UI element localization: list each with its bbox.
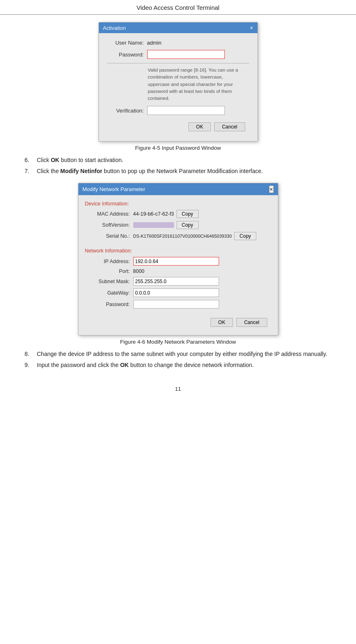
- ip-input[interactable]: [133, 257, 219, 266]
- step-7-num: 7.: [25, 167, 37, 176]
- subnet-input[interactable]: [133, 277, 219, 286]
- step-7-text: Click the Modify Netinfor button to pop …: [37, 167, 331, 176]
- mac-value: 44-19-b6-c7-62-f3: [133, 211, 174, 217]
- network-close-btn[interactable]: ×: [269, 185, 274, 193]
- step-7-bold: Modify Netinfor: [60, 168, 103, 174]
- soft-row: SoftVersion: Copy: [85, 221, 271, 229]
- gateway-label: GateWay:: [85, 290, 130, 296]
- step-8-num: 8.: [25, 350, 37, 358]
- verification-label: Verification:: [107, 108, 144, 114]
- step-6-bold: OK: [51, 157, 59, 163]
- password-row: Password:: [107, 50, 249, 59]
- mac-label: MAC Address:: [85, 211, 130, 217]
- subnet-row: Subnet Mask:: [85, 277, 271, 286]
- username-row: User Name: admin: [107, 40, 249, 46]
- soft-value: [133, 222, 174, 228]
- device-info-label: Device Information:: [85, 201, 271, 207]
- network-ok-btn[interactable]: OK: [210, 318, 233, 327]
- step-9-bold: OK: [120, 362, 129, 368]
- network-titlebar: Modify Network Parameter ×: [78, 183, 278, 195]
- page-number: 11: [0, 386, 356, 400]
- figure-5-container: Activation × User Name: admin Password: …: [25, 22, 331, 151]
- verification-input[interactable]: [147, 106, 225, 115]
- copy-serial-btn[interactable]: Copy: [234, 232, 256, 240]
- serial-label: Serial No.:: [85, 233, 130, 239]
- password-label: Password:: [107, 52, 144, 58]
- activation-title: Activation: [103, 25, 126, 31]
- copy-soft-btn[interactable]: Copy: [177, 221, 199, 229]
- net-password-row: Password:: [85, 300, 271, 308]
- step-9-text: Input the password and click the OK butt…: [37, 361, 331, 369]
- step-8: 8. Change the device IP address to the s…: [25, 350, 331, 358]
- serial-value: DS-K1T600SF20161107V010000CH6465039330: [133, 234, 232, 239]
- copy-mac-btn[interactable]: Copy: [177, 210, 199, 218]
- step-6-num: 6.: [25, 156, 37, 164]
- port-value: 8000: [133, 268, 145, 274]
- activation-cancel-btn[interactable]: Cancel: [214, 122, 245, 131]
- port-row: Port: 8000: [85, 268, 271, 274]
- ip-label: IP Address:: [85, 259, 130, 264]
- net-password-input[interactable]: [133, 300, 219, 308]
- network-cancel-btn[interactable]: Cancel: [236, 318, 267, 327]
- step-8-text: Change the device IP address to the same…: [37, 350, 331, 358]
- steps-list: 6. Click OK button to start activation. …: [25, 156, 331, 176]
- step-6: 6. Click OK button to start activation.: [25, 156, 331, 164]
- subnet-label: Subnet Mask:: [85, 279, 130, 284]
- step-7: 7. Click the Modify Netinfor button to p…: [25, 167, 331, 176]
- port-label: Port:: [85, 268, 130, 274]
- password-input[interactable]: [147, 50, 225, 59]
- network-title: Modify Network Parameter: [83, 186, 146, 192]
- figure-6-container: Modify Network Parameter × Device Inform…: [25, 183, 331, 345]
- mac-row: MAC Address: 44-19-b6-c7-62-f3 Copy: [85, 210, 271, 218]
- page-header: Video Access Control Terminal: [0, 0, 356, 15]
- net-password-label: Password:: [85, 302, 130, 307]
- activation-ok-btn[interactable]: OK: [188, 122, 211, 131]
- password-hint: Valid password range [8-16]. You can use…: [148, 67, 246, 102]
- network-footer: OK Cancel: [85, 315, 271, 331]
- figure-6-caption: Figure 4-6 Modify Network Parameters Win…: [120, 339, 236, 345]
- activation-body: User Name: admin Password: Valid passwor…: [99, 33, 257, 141]
- activation-footer: OK Cancel: [107, 119, 249, 135]
- serial-row: Serial No.: DS-K1T600SF20161107V010000CH…: [85, 232, 271, 240]
- step-6-text: Click OK button to start activation.: [37, 156, 331, 164]
- ip-row: IP Address:: [85, 257, 271, 266]
- username-value: admin: [147, 40, 161, 46]
- step-9: 9. Input the password and click the OK b…: [25, 361, 331, 369]
- activation-close-btn[interactable]: ×: [250, 25, 253, 31]
- activation-titlebar: Activation ×: [99, 23, 257, 33]
- figure-5-caption: Figure 4-5 Input Password Window: [135, 145, 221, 151]
- page-title: Video Access Control Terminal: [137, 4, 219, 11]
- network-dialog: Modify Network Parameter × Device Inform…: [78, 183, 278, 336]
- step-9-num: 9.: [25, 361, 37, 369]
- steps-after-list: 8. Change the device IP address to the s…: [25, 350, 331, 369]
- network-info-label: Network Information:: [85, 248, 271, 254]
- page-content: Activation × User Name: admin Password: …: [0, 22, 356, 369]
- network-body: Device Information: MAC Address: 44-19-b…: [78, 195, 278, 335]
- gateway-row: GateWay:: [85, 288, 271, 297]
- gateway-input[interactable]: [133, 288, 219, 297]
- activation-dialog: Activation × User Name: admin Password: …: [99, 22, 258, 142]
- verification-row: Verification:: [107, 106, 249, 115]
- username-label: User Name:: [107, 40, 144, 46]
- soft-label: SoftVersion:: [85, 222, 130, 228]
